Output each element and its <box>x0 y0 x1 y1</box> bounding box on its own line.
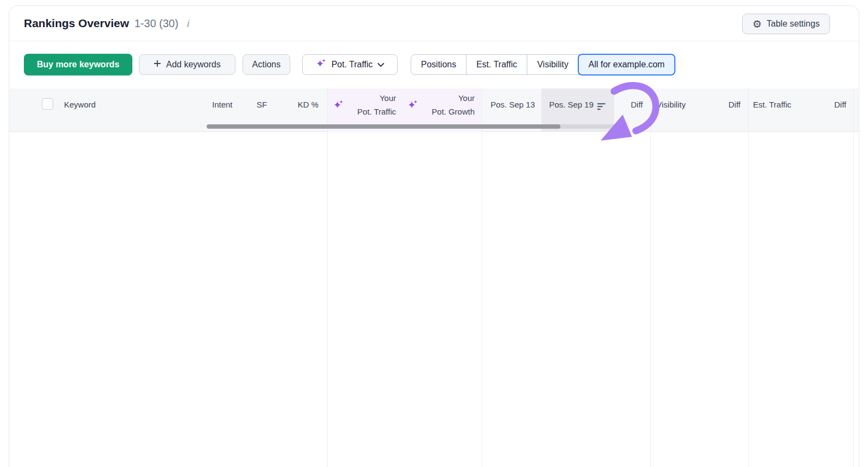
col-diff-est[interactable]: Diff <box>834 100 846 109</box>
column-divider <box>748 89 749 467</box>
col-pot-growth-line2[interactable]: Pot. Growth <box>432 107 475 116</box>
rankings-overview-page: Rankings Overview 1-30 (30) i ⚙ Table se… <box>0 0 868 467</box>
col-sf[interactable]: SF <box>257 100 267 109</box>
col-pos-sep13[interactable]: Pos. Sep 13 <box>490 100 535 109</box>
table-settings-button[interactable]: ⚙ Table settings <box>742 14 830 34</box>
col-pot-growth-line1[interactable]: Your <box>458 93 475 103</box>
col-visibility[interactable]: Visibility <box>656 100 686 109</box>
gear-icon: ⚙ <box>752 19 762 29</box>
buy-more-keywords-button[interactable]: Buy more keywords <box>24 54 132 75</box>
sparkles-icon <box>333 99 344 112</box>
title-bar: Rankings Overview 1-30 (30) i <box>24 17 189 30</box>
view-segmented-control: Positions Est. Traffic Visibility All fo… <box>411 54 675 75</box>
segment-positions[interactable]: Positions <box>411 55 467 74</box>
col-pot-traffic-line1[interactable]: Your <box>380 93 396 103</box>
segment-all-for-domain-label: All for example.com <box>589 60 665 70</box>
table-settings-label: Table settings <box>767 19 820 29</box>
segment-positions-label: Positions <box>421 60 456 70</box>
segment-visibility-label: Visibility <box>537 60 569 70</box>
col-pot-traffic-line2[interactable]: Pot. Traffic <box>358 107 396 116</box>
add-keywords-button[interactable]: Add keywords <box>139 54 235 75</box>
chevron-down-icon <box>378 60 384 70</box>
col-est-traffic[interactable]: Est. Traffic <box>753 100 792 109</box>
actions-button[interactable]: Actions <box>242 54 290 75</box>
page-title: Rankings Overview <box>24 17 129 30</box>
segment-est-traffic[interactable]: Est. Traffic <box>467 55 527 74</box>
col-intent[interactable]: Intent <box>212 100 233 109</box>
actions-label: Actions <box>252 60 280 70</box>
sort-descending-icon[interactable] <box>597 103 608 112</box>
title-range: 1-30 (30) <box>135 17 178 30</box>
col-diff-vis[interactable]: Diff <box>729 100 741 109</box>
sparkles-icon <box>316 58 327 71</box>
plus-icon <box>154 60 161 70</box>
segment-visibility[interactable]: Visibility <box>527 55 579 74</box>
info-icon[interactable]: i <box>186 18 189 29</box>
horizontal-scrollbar-thumb[interactable] <box>207 124 560 129</box>
sparkles-icon <box>407 99 418 112</box>
buy-more-keywords-label: Buy more keywords <box>37 60 119 70</box>
col-pos-sep19[interactable]: Pos. Sep 19 <box>549 100 593 109</box>
header-divider <box>9 41 859 41</box>
column-divider <box>327 89 328 467</box>
col-kd[interactable]: KD % <box>298 100 318 109</box>
segment-all-for-domain[interactable]: All for example.com <box>578 54 676 75</box>
segment-est-traffic-label: Est. Traffic <box>476 60 517 70</box>
metric-dropdown[interactable]: Pot. Traffic <box>302 54 398 75</box>
select-all-checkbox[interactable] <box>42 98 53 110</box>
col-keyword[interactable]: Keyword <box>64 100 95 109</box>
horizontal-scrollbar-track[interactable] <box>207 124 619 129</box>
add-keywords-label: Add keywords <box>166 60 221 70</box>
column-divider <box>482 89 482 467</box>
col-diff-pos[interactable]: Diff <box>631 100 643 109</box>
column-divider <box>650 89 651 467</box>
metric-dropdown-label: Pot. Traffic <box>331 60 373 70</box>
column-divider <box>853 89 854 467</box>
